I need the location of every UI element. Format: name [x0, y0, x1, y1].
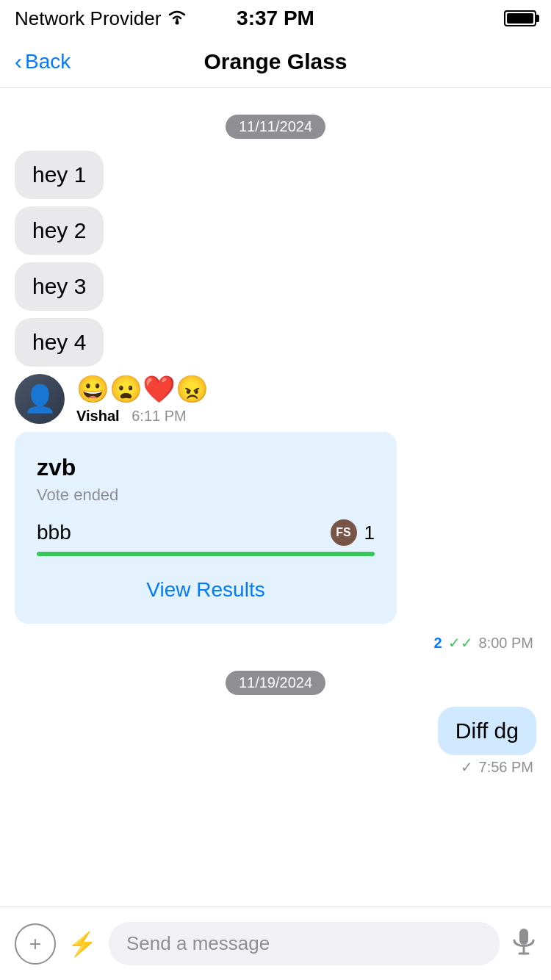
date-badge-2-text: 11/19/2024 [226, 671, 325, 695]
reaction-row: 😀😦❤️😠 Vishal 6:11 PM [15, 374, 536, 425]
poll-view-results-button[interactable]: View Results [37, 571, 375, 609]
outgoing-meta-1: 2 ✓✓ 8:00 PM [15, 631, 536, 652]
poll-progress-bar [37, 552, 375, 556]
poll-option-right: FS 1 [331, 519, 375, 546]
bubble-3: hey 3 [15, 262, 104, 311]
poll-option-label: bbb [37, 521, 71, 544]
message-incoming-2: hey 2 [15, 206, 536, 255]
nav-bar: ‹ Back Orange Glass [0, 35, 551, 88]
message-incoming-1: hey 1 [15, 151, 536, 199]
date-badge-1-text: 11/11/2024 [226, 115, 325, 139]
svg-rect-1 [519, 929, 528, 945]
msg-meta-2: ✓ 7:56 PM [461, 758, 536, 776]
reaction-content: 😀😦❤️😠 Vishal 6:11 PM [76, 374, 209, 425]
poll-status: Vote ended [37, 486, 375, 505]
carrier-info: Network Provider [15, 7, 187, 30]
reaction-sender-name: Vishal [76, 408, 120, 424]
wifi-icon [167, 7, 187, 30]
lightning-icon[interactable]: ⚡ [68, 930, 97, 958]
status-bar: Network Provider 3:37 PM [0, 0, 551, 35]
bubble-4: hey 4 [15, 318, 104, 367]
battery-area [504, 10, 536, 26]
messages-area: 11/11/2024 hey 1 hey 2 hey 3 hey 4 😀😦❤️😠… [0, 88, 551, 907]
input-area: + ⚡ Send a message [0, 907, 551, 980]
message-incoming-3: hey 3 [15, 262, 536, 311]
status-time: 3:37 PM [237, 7, 314, 30]
message-input-placeholder: Send a message [126, 932, 270, 955]
msg-meta-1: 2 ✓✓ 8:00 PM [433, 634, 536, 652]
poll-vote-count: 1 [364, 522, 375, 544]
double-check-icon: ✓✓ [448, 634, 473, 652]
plus-icon: + [29, 932, 41, 956]
bubble-2: hey 2 [15, 206, 104, 255]
date-badge-2: 11/19/2024 [15, 671, 536, 695]
msg-time-1: 8:00 PM [479, 635, 533, 652]
battery-fill [507, 13, 533, 24]
reaction-emojis: 😀😦❤️😠 [76, 374, 209, 405]
carrier-name: Network Provider [15, 7, 161, 30]
back-label: Back [25, 50, 71, 73]
msg-time-2: 7:56 PM [479, 759, 533, 776]
poll-voter-avatar: FS [331, 519, 357, 546]
bubble-outgoing-2: Diff dg [438, 707, 536, 755]
back-button[interactable]: ‹ Back [15, 50, 71, 73]
microphone-icon[interactable] [511, 927, 536, 961]
conversation-title: Orange Glass [204, 49, 347, 74]
single-check-icon: ✓ [461, 758, 473, 776]
avatar [15, 374, 65, 424]
plus-button[interactable]: + [15, 923, 56, 965]
reaction-time: 6:11 PM [132, 408, 186, 424]
back-chevron-icon: ‹ [15, 51, 22, 73]
reaction-sender-time: Vishal 6:11 PM [76, 408, 209, 425]
svg-point-0 [176, 21, 179, 24]
avatar-image [15, 374, 65, 424]
poll-title: zvb [37, 454, 375, 481]
bubble-1: hey 1 [15, 151, 104, 199]
date-badge-1: 11/11/2024 [15, 115, 536, 139]
outgoing-message-2: Diff dg ✓ 7:56 PM [15, 707, 536, 776]
battery-icon [504, 10, 536, 26]
message-incoming-4: hey 4 [15, 318, 536, 367]
poll-option: bbb FS 1 [37, 519, 375, 546]
read-count: 2 [433, 635, 442, 652]
poll-card: zvb Vote ended bbb FS 1 View Results [15, 432, 397, 624]
message-input-wrap[interactable]: Send a message [109, 922, 500, 965]
